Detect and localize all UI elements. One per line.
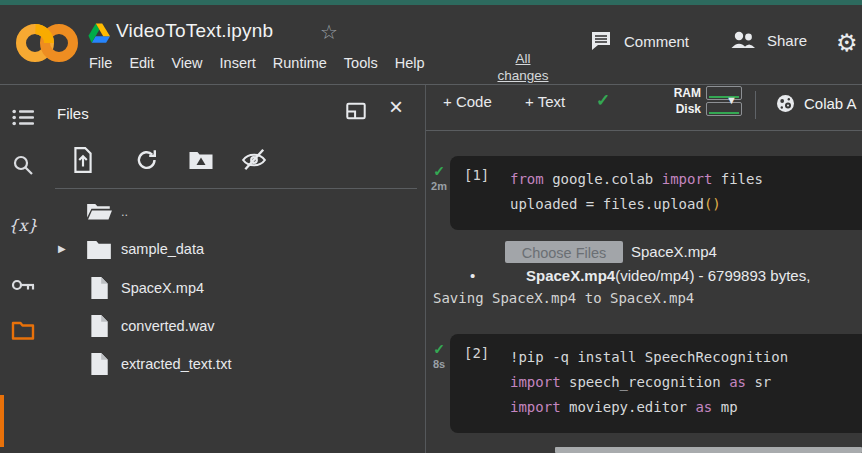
cell-exec-time: 2m (428, 179, 450, 193)
active-panel-indicator (0, 395, 4, 447)
settings-gear-icon[interactable]: ⚙ (836, 29, 858, 57)
comment-label: Comment (624, 33, 689, 50)
save-status-line1: All (486, 50, 560, 67)
comment-button[interactable]: Comment (590, 31, 689, 51)
tree-item-parent-dir[interactable]: .. (45, 192, 425, 230)
share-label: Share (767, 32, 807, 49)
comment-icon (590, 31, 612, 51)
ram-label: RAM (674, 86, 701, 100)
tree-item-extracted-text-txt[interactable]: extracted_text.txt (45, 345, 425, 383)
folder-icon (85, 237, 113, 261)
table-of-contents-icon[interactable] (10, 104, 36, 130)
files-panel-title: Files (57, 105, 89, 122)
search-icon[interactable] (10, 152, 36, 178)
upload-detail-line: SpaceX.mp4(video/mp4) - 6799893 bytes, (526, 267, 810, 284)
connected-check-icon: ✓ (596, 90, 610, 111)
google-drive-icon (88, 23, 110, 43)
tree-item-label: .. (121, 204, 128, 219)
toolbar-divider-bottom (426, 130, 862, 131)
files-panel: Files × (45, 85, 425, 453)
colab-ai-button[interactable]: Colab A (776, 94, 857, 113)
expand-arrow-icon[interactable]: ▶ (58, 243, 66, 254)
refresh-icon[interactable] (135, 147, 163, 175)
folder-open-icon (85, 199, 113, 223)
bullet-icon: • (470, 267, 475, 284)
cell1-exec-status: ✓ 2m (428, 163, 450, 193)
menu-tools[interactable]: Tools (344, 55, 378, 71)
resources-dropdown-icon[interactable]: ▼ (726, 94, 737, 106)
menu-help[interactable]: Help (395, 55, 425, 71)
eye-off-icon[interactable] (241, 147, 269, 175)
share-button[interactable]: Share (731, 31, 807, 49)
tree-item-label: SpaceX.mp4 (121, 280, 204, 296)
choose-files-button[interactable]: Choose Files (505, 241, 623, 263)
panel-divider (55, 188, 417, 189)
menu-file[interactable]: File (89, 55, 112, 71)
stream-output: Saving SpaceX.mp4 to SpaceX.mp4 (433, 290, 694, 306)
menu-insert[interactable]: Insert (220, 55, 256, 71)
code-cell-1[interactable]: [1] from google.colab import filesupload… (450, 156, 862, 230)
code-editor[interactable]: from google.colab import filesuploaded =… (510, 167, 763, 217)
cell2-exec-status: ✓ 8s (428, 341, 450, 371)
disk-label: Disk (676, 102, 701, 116)
tree-item-sample-data[interactable]: ▶ sample_data (45, 230, 425, 268)
save-status-line2: changes (486, 67, 560, 84)
add-text-button[interactable]: + Text (525, 93, 565, 110)
tree-item-converted-wav[interactable]: converted.wav (45, 307, 425, 345)
file-icon (85, 352, 113, 376)
share-icon (731, 31, 756, 49)
tree-item-label: sample_data (121, 241, 204, 257)
menu-view[interactable]: View (171, 55, 202, 71)
colab-ai-label: Colab A (804, 95, 857, 112)
tree-item-label: converted.wav (121, 318, 215, 334)
selected-file-name: SpaceX.mp4 (631, 243, 717, 260)
notebook-title[interactable]: VideoToText.ipynb (116, 20, 273, 42)
close-panel-icon[interactable]: × (389, 93, 403, 121)
file-icon (85, 276, 113, 300)
secrets-key-icon[interactable] (10, 272, 36, 298)
uploaded-file-detail: (video/mp4) - 6799893 bytes, (615, 267, 810, 284)
colab-window: VideoToText.ipynb ☆ File Edit View Inser… (0, 0, 862, 453)
files-rail-icon[interactable] (10, 317, 36, 343)
cell-exec-time: 8s (428, 357, 450, 371)
exec-count: [2] (464, 345, 489, 361)
menu-edit[interactable]: Edit (129, 55, 154, 71)
save-status-link[interactable]: All changes (486, 50, 560, 84)
tree-item-spacex-mp4[interactable]: SpaceX.mp4 (45, 269, 425, 307)
star-icon[interactable]: ☆ (320, 20, 338, 44)
mount-drive-icon[interactable] (188, 147, 216, 175)
notebook-area: + Code + Text ✓ RAM Disk ▼ Col (426, 85, 862, 453)
cell-success-check-icon: ✓ (428, 341, 450, 357)
horizontal-scrollbar[interactable] (555, 447, 862, 453)
file-icon (85, 314, 113, 338)
open-in-new-tab-icon[interactable] (345, 100, 367, 122)
header: VideoToText.ipynb ☆ File Edit View Inser… (0, 5, 862, 84)
add-code-button[interactable]: + Code (443, 93, 492, 110)
left-rail: {x} (0, 85, 45, 453)
tree-item-label: extracted_text.txt (121, 356, 231, 372)
code-editor[interactable]: !pip -q install SpeechRecognitionimport … (510, 345, 788, 420)
uploaded-file-name: SpaceX.mp4 (526, 267, 615, 284)
variables-icon[interactable]: {x} (10, 212, 36, 238)
toolbar-divider (755, 91, 756, 119)
cell-success-check-icon: ✓ (428, 163, 450, 179)
colab-logo-icon[interactable] (16, 19, 78, 67)
upload-file-icon[interactable] (72, 147, 100, 175)
colab-ai-icon (776, 94, 795, 113)
menu-bar: File Edit View Insert Runtime Tools Help (89, 55, 425, 71)
menu-runtime[interactable]: Runtime (273, 55, 327, 71)
code-cell-2[interactable]: [2] !pip -q install SpeechRecognitionimp… (450, 334, 862, 433)
exec-count: [1] (464, 167, 489, 183)
